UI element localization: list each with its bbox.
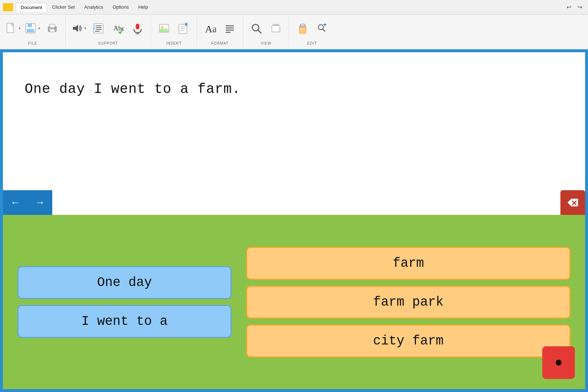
svg-rect-26	[179, 24, 187, 34]
title-bar: Document Clicker Set Analytics Options H…	[0, 0, 588, 15]
svg-marker-10	[73, 25, 78, 32]
tab-document[interactable]: Document	[16, 3, 47, 12]
view-label: VIEW	[261, 41, 271, 46]
toolbar: ▼ ▼ FILE	[0, 15, 588, 49]
svg-rect-7	[50, 24, 55, 28]
svg-rect-4	[28, 24, 32, 27]
edit-icons	[294, 17, 331, 41]
app-folder-icon	[3, 3, 13, 11]
svg-rect-20	[136, 24, 139, 29]
red-dot-indicator	[556, 360, 562, 366]
find-replace-button[interactable]	[313, 19, 331, 38]
back-button[interactable]: ←	[3, 190, 28, 215]
undo-button[interactable]: ↩	[565, 3, 573, 11]
microphone-button[interactable]	[129, 19, 146, 38]
svg-line-47	[323, 29, 325, 31]
window-controls: ↩ ↪	[565, 3, 584, 11]
toolbar-file-section: ▼ ▼ FILE	[0, 16, 66, 48]
tab-clicker-set[interactable]: Clicker Set	[48, 3, 79, 12]
find-button[interactable]	[248, 19, 265, 38]
insert-icons	[155, 17, 192, 41]
edit-label: EDIT	[307, 41, 317, 46]
svg-rect-8	[50, 29, 55, 32]
save-button[interactable]: ▼	[24, 19, 41, 38]
option-button-0[interactable]: farm	[246, 247, 571, 280]
toolbar-insert-section: INSERT	[151, 16, 197, 48]
options-column: farm farm park city farm	[246, 247, 571, 358]
toolbar-format-section: Aa FORMAT	[197, 16, 243, 48]
new-dropdown-arrow: ▼	[18, 27, 21, 30]
phrase-button-1[interactable]: I went to a	[17, 305, 232, 338]
zoom-button[interactable]	[267, 19, 285, 38]
word-list-button[interactable]	[90, 19, 107, 38]
format-label: FORMAT	[211, 41, 228, 46]
svg-rect-18	[94, 28, 96, 30]
save-dropdown-arrow: ▼	[38, 27, 41, 30]
svg-rect-17	[94, 26, 96, 28]
document-area: One day I went to a farm. ← →	[3, 52, 585, 215]
paragraph-button[interactable]	[221, 19, 238, 38]
svg-rect-16	[94, 25, 96, 26]
red-dot-button[interactable]	[542, 346, 575, 379]
print-button[interactable]	[44, 19, 61, 38]
paste-button[interactable]	[294, 19, 311, 38]
toolbar-support-section: ▼ Abc	[66, 16, 151, 48]
svg-point-9	[54, 28, 56, 29]
bottom-panel: One day I went to a farm farm park city …	[3, 215, 585, 389]
menu-tabs: Document Clicker Set Analytics Options H…	[16, 3, 152, 12]
option-button-2[interactable]: city farm	[246, 324, 571, 358]
phrase-column: One day I went to a	[17, 266, 232, 338]
svg-rect-5	[27, 29, 34, 32]
phrase-button-0[interactable]: One day	[17, 266, 232, 299]
image-button[interactable]	[155, 19, 173, 38]
toolbar-view-section: VIEW	[243, 16, 289, 48]
volume-button[interactable]: ▼	[70, 19, 87, 38]
file-icons: ▼ ▼	[4, 17, 61, 41]
spell-check-button[interactable]: Abc	[109, 19, 127, 38]
symbol-button[interactable]	[175, 19, 192, 38]
font-button[interactable]: Aa	[201, 19, 219, 38]
document-text: One day I went to a farm.	[3, 52, 585, 126]
svg-rect-1	[3, 4, 7, 6]
svg-line-38	[258, 30, 261, 33]
svg-rect-0	[3, 5, 13, 11]
svg-rect-39	[272, 25, 280, 32]
format-icons: Aa	[201, 17, 238, 41]
nav-buttons: ← →	[3, 190, 52, 215]
view-icons	[248, 17, 285, 41]
support-icons: ▼ Abc	[70, 17, 146, 41]
insert-label: INSERT	[166, 41, 182, 46]
toolbar-edit-section: EDIT	[289, 16, 335, 48]
tab-help[interactable]: Help	[134, 3, 152, 12]
forward-button[interactable]: →	[28, 190, 52, 215]
delete-button[interactable]	[560, 190, 585, 215]
option-button-1[interactable]: farm park	[246, 286, 571, 319]
file-label: FILE	[28, 41, 37, 46]
svg-rect-45	[301, 24, 305, 25]
volume-dropdown-arrow: ▼	[84, 27, 87, 30]
svg-text:Aa: Aa	[205, 23, 216, 34]
redo-button[interactable]: ↪	[576, 3, 584, 11]
support-label: SUPPORT	[98, 41, 118, 46]
tab-options[interactable]: Options	[108, 3, 133, 12]
new-document-button[interactable]: ▼	[4, 19, 22, 38]
tab-analytics[interactable]: Analytics	[80, 3, 107, 12]
main-area: One day I went to a farm. ← → One day I …	[0, 49, 588, 392]
